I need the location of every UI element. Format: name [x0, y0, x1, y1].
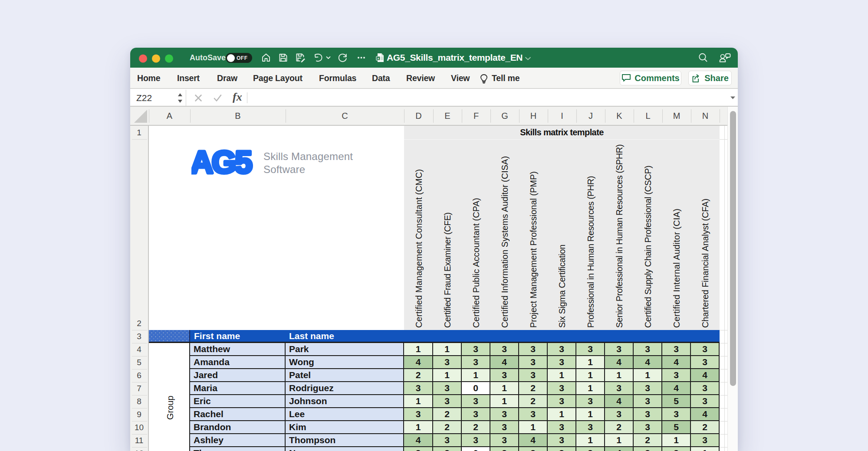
svg-text:x: x	[377, 56, 379, 60]
svg-text:AG5: AG5	[191, 147, 252, 176]
